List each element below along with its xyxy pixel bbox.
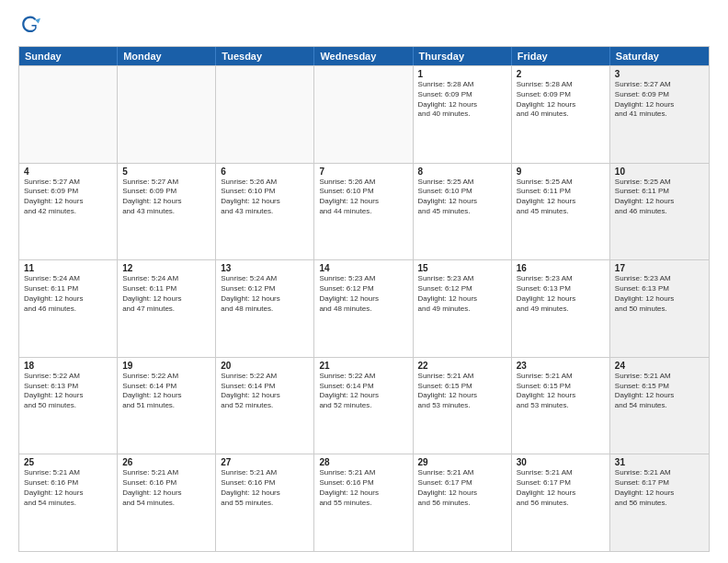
cal-cell-r3-c1: 19Sunrise: 5:22 AM Sunset: 6:14 PM Dayli… [118, 358, 216, 454]
day-info: Sunrise: 5:21 AM Sunset: 6:15 PM Dayligh… [418, 372, 506, 411]
cal-cell-r1-c5: 9Sunrise: 5:25 AM Sunset: 6:11 PM Daylig… [512, 164, 610, 260]
day-number: 3 [615, 69, 704, 79]
day-info: Sunrise: 5:21 AM Sunset: 6:17 PM Dayligh… [418, 468, 506, 508]
day-number: 31 [615, 457, 704, 467]
cal-cell-r0-c5: 2Sunrise: 5:28 AM Sunset: 6:09 PM Daylig… [512, 66, 610, 163]
calendar-header-row: SundayMondayTuesdayWednesdayThursdayFrid… [19, 47, 709, 65]
day-number: 2 [517, 69, 605, 79]
cal-header-cell-saturday: Saturday [610, 47, 709, 65]
day-number: 1 [418, 69, 506, 79]
cal-cell-r1-c4: 8Sunrise: 5:25 AM Sunset: 6:10 PM Daylig… [414, 164, 512, 260]
day-info: Sunrise: 5:25 AM Sunset: 6:11 PM Dayligh… [517, 178, 605, 217]
cal-cell-r2-c3: 14Sunrise: 5:23 AM Sunset: 6:12 PM Dayli… [314, 260, 413, 357]
cal-cell-r1-c1: 5Sunrise: 5:27 AM Sunset: 6:09 PM Daylig… [118, 164, 216, 260]
day-number: 6 [221, 167, 309, 177]
cal-cell-r3-c0: 18Sunrise: 5:22 AM Sunset: 6:13 PM Dayli… [19, 358, 118, 454]
day-number: 18 [24, 361, 112, 371]
cal-cell-r2-c2: 13Sunrise: 5:24 AM Sunset: 6:12 PM Dayli… [216, 260, 314, 357]
cal-header-cell-tuesday: Tuesday [216, 47, 314, 65]
day-info: Sunrise: 5:24 AM Sunset: 6:11 PM Dayligh… [122, 274, 210, 314]
header [18, 15, 710, 39]
day-number: 4 [24, 167, 112, 177]
day-number: 7 [319, 167, 407, 177]
logo [18, 15, 40, 39]
cal-cell-r0-c3 [314, 66, 413, 163]
cal-cell-r1-c6: 10Sunrise: 5:25 AM Sunset: 6:11 PM Dayli… [610, 164, 709, 260]
cal-cell-r4-c1: 26Sunrise: 5:21 AM Sunset: 6:16 PM Dayli… [118, 454, 216, 551]
day-number: 19 [122, 361, 210, 371]
day-info: Sunrise: 5:26 AM Sunset: 6:10 PM Dayligh… [319, 178, 407, 217]
day-number: 13 [221, 263, 309, 273]
day-number: 30 [517, 457, 605, 467]
day-number: 15 [418, 263, 506, 273]
day-info: Sunrise: 5:21 AM Sunset: 6:15 PM Dayligh… [517, 372, 605, 411]
day-number: 22 [418, 361, 506, 371]
cal-row-3: 18Sunrise: 5:22 AM Sunset: 6:13 PM Dayli… [19, 357, 709, 454]
day-info: Sunrise: 5:28 AM Sunset: 6:09 PM Dayligh… [418, 80, 506, 120]
cal-cell-r3-c2: 20Sunrise: 5:22 AM Sunset: 6:14 PM Dayli… [216, 358, 314, 454]
cal-row-0: 1Sunrise: 5:28 AM Sunset: 6:09 PM Daylig… [19, 65, 709, 163]
day-number: 27 [221, 457, 309, 467]
cal-cell-r0-c1 [118, 66, 216, 163]
cal-cell-r3-c6: 24Sunrise: 5:21 AM Sunset: 6:15 PM Dayli… [610, 358, 709, 454]
day-info: Sunrise: 5:24 AM Sunset: 6:11 PM Dayligh… [24, 274, 112, 314]
cal-cell-r4-c4: 29Sunrise: 5:21 AM Sunset: 6:17 PM Dayli… [414, 454, 512, 551]
cal-cell-r3-c4: 22Sunrise: 5:21 AM Sunset: 6:15 PM Dayli… [414, 358, 512, 454]
day-number: 29 [418, 457, 506, 467]
day-number: 26 [122, 457, 210, 467]
day-info: Sunrise: 5:27 AM Sunset: 6:09 PM Dayligh… [24, 178, 112, 217]
calendar: SundayMondayTuesdayWednesdayThursdayFrid… [18, 46, 710, 552]
cal-cell-r0-c6: 3Sunrise: 5:27 AM Sunset: 6:09 PM Daylig… [610, 66, 709, 163]
cal-cell-r3-c5: 23Sunrise: 5:21 AM Sunset: 6:15 PM Dayli… [512, 358, 610, 454]
day-info: Sunrise: 5:23 AM Sunset: 6:12 PM Dayligh… [418, 274, 506, 314]
day-info: Sunrise: 5:25 AM Sunset: 6:11 PM Dayligh… [615, 178, 704, 217]
cal-cell-r4-c5: 30Sunrise: 5:21 AM Sunset: 6:17 PM Dayli… [512, 454, 610, 551]
day-info: Sunrise: 5:21 AM Sunset: 6:17 PM Dayligh… [615, 468, 704, 508]
cal-cell-r4-c3: 28Sunrise: 5:21 AM Sunset: 6:16 PM Dayli… [314, 454, 413, 551]
cal-cell-r2-c1: 12Sunrise: 5:24 AM Sunset: 6:11 PM Dayli… [118, 260, 216, 357]
cal-row-4: 25Sunrise: 5:21 AM Sunset: 6:16 PM Dayli… [19, 454, 709, 551]
day-info: Sunrise: 5:24 AM Sunset: 6:12 PM Dayligh… [221, 274, 309, 314]
page: SundayMondayTuesdayWednesdayThursdayFrid… [0, 0, 728, 563]
cal-cell-r1-c0: 4Sunrise: 5:27 AM Sunset: 6:09 PM Daylig… [19, 164, 118, 260]
cal-cell-r2-c5: 16Sunrise: 5:23 AM Sunset: 6:13 PM Dayli… [512, 260, 610, 357]
day-info: Sunrise: 5:23 AM Sunset: 6:12 PM Dayligh… [319, 274, 407, 314]
day-number: 9 [517, 167, 605, 177]
cal-cell-r4-c0: 25Sunrise: 5:21 AM Sunset: 6:16 PM Dayli… [19, 454, 118, 551]
day-info: Sunrise: 5:26 AM Sunset: 6:10 PM Dayligh… [221, 178, 309, 217]
cal-cell-r0-c4: 1Sunrise: 5:28 AM Sunset: 6:09 PM Daylig… [414, 66, 512, 163]
day-info: Sunrise: 5:21 AM Sunset: 6:16 PM Dayligh… [319, 468, 407, 508]
cal-cell-r2-c6: 17Sunrise: 5:23 AM Sunset: 6:13 PM Dayli… [610, 260, 709, 357]
day-number: 8 [418, 167, 506, 177]
cal-row-1: 4Sunrise: 5:27 AM Sunset: 6:09 PM Daylig… [19, 163, 709, 260]
day-info: Sunrise: 5:27 AM Sunset: 6:09 PM Dayligh… [615, 80, 704, 120]
day-number: 28 [319, 457, 407, 467]
day-info: Sunrise: 5:22 AM Sunset: 6:14 PM Dayligh… [122, 372, 210, 411]
calendar-body: 1Sunrise: 5:28 AM Sunset: 6:09 PM Daylig… [19, 65, 709, 551]
day-info: Sunrise: 5:28 AM Sunset: 6:09 PM Dayligh… [517, 80, 605, 120]
cal-cell-r2-c4: 15Sunrise: 5:23 AM Sunset: 6:12 PM Dayli… [414, 260, 512, 357]
cal-row-2: 11Sunrise: 5:24 AM Sunset: 6:11 PM Dayli… [19, 259, 709, 357]
cal-header-cell-thursday: Thursday [414, 47, 512, 65]
day-number: 23 [517, 361, 605, 371]
day-number: 10 [615, 167, 704, 177]
day-number: 21 [319, 361, 407, 371]
day-info: Sunrise: 5:22 AM Sunset: 6:14 PM Dayligh… [221, 372, 309, 411]
day-info: Sunrise: 5:22 AM Sunset: 6:13 PM Dayligh… [24, 372, 112, 411]
day-info: Sunrise: 5:23 AM Sunset: 6:13 PM Dayligh… [517, 274, 605, 314]
cal-cell-r1-c3: 7Sunrise: 5:26 AM Sunset: 6:10 PM Daylig… [314, 164, 413, 260]
day-number: 5 [122, 167, 210, 177]
day-info: Sunrise: 5:23 AM Sunset: 6:13 PM Dayligh… [615, 274, 704, 314]
day-info: Sunrise: 5:21 AM Sunset: 6:16 PM Dayligh… [24, 468, 112, 508]
day-info: Sunrise: 5:25 AM Sunset: 6:10 PM Dayligh… [418, 178, 506, 217]
day-number: 12 [122, 263, 210, 273]
cal-cell-r3-c3: 21Sunrise: 5:22 AM Sunset: 6:14 PM Dayli… [314, 358, 413, 454]
day-info: Sunrise: 5:21 AM Sunset: 6:16 PM Dayligh… [122, 468, 210, 508]
cal-cell-r4-c2: 27Sunrise: 5:21 AM Sunset: 6:16 PM Dayli… [216, 454, 314, 551]
cal-cell-r1-c2: 6Sunrise: 5:26 AM Sunset: 6:10 PM Daylig… [216, 164, 314, 260]
cal-cell-r2-c0: 11Sunrise: 5:24 AM Sunset: 6:11 PM Dayli… [19, 260, 118, 357]
cal-header-cell-monday: Monday [118, 47, 216, 65]
day-number: 14 [319, 263, 407, 273]
cal-cell-r0-c0 [19, 66, 118, 163]
cal-header-cell-wednesday: Wednesday [314, 47, 413, 65]
